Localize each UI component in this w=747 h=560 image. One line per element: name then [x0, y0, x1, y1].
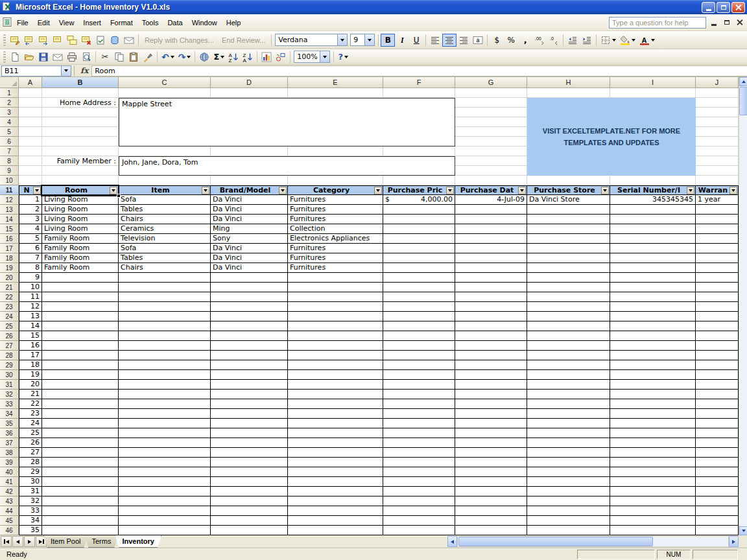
cell-G36[interactable]: [455, 428, 527, 438]
menu-file[interactable]: File: [12, 16, 33, 29]
cell-A8[interactable]: [19, 156, 42, 166]
cell-H41[interactable]: [527, 477, 610, 487]
cell-A11[interactable]: N: [19, 185, 42, 195]
cell-F30[interactable]: [383, 370, 455, 380]
cell-A3[interactable]: [19, 108, 42, 117]
cell-J36[interactable]: [696, 428, 739, 438]
cell-C32[interactable]: [119, 390, 211, 399]
name-box-dropdown-button[interactable]: [61, 66, 71, 76]
font-name-combo-dropdown-button[interactable]: [337, 34, 347, 45]
cell-C26[interactable]: [119, 331, 211, 341]
cell-A23[interactable]: 12: [19, 302, 42, 312]
cell-J10[interactable]: [696, 176, 739, 185]
cell-G34[interactable]: [455, 409, 527, 419]
cell-A37[interactable]: 26: [19, 438, 42, 448]
select-all-button[interactable]: [0, 77, 19, 88]
cell-I18[interactable]: [610, 253, 696, 263]
cell-E31[interactable]: [288, 380, 383, 390]
cell-J18[interactable]: [696, 253, 739, 263]
cell-H37[interactable]: [527, 438, 610, 448]
cell-D42[interactable]: [211, 487, 288, 496]
cell-B14[interactable]: Living Room: [42, 215, 119, 224]
cell-F18[interactable]: [383, 253, 455, 263]
cell-G35[interactable]: [455, 419, 527, 428]
cell-D46[interactable]: [211, 526, 288, 535]
cell-H24[interactable]: [527, 312, 610, 321]
horizontal-scrollbar[interactable]: [447, 536, 739, 547]
row-header-35[interactable]: 35: [0, 419, 19, 428]
cell-F16[interactable]: [383, 234, 455, 244]
cell-G23[interactable]: [455, 302, 527, 312]
cell-I26[interactable]: [610, 331, 696, 341]
row-header-27[interactable]: 27: [0, 341, 19, 351]
cell-J29[interactable]: [696, 360, 739, 370]
cell-G6[interactable]: [455, 137, 527, 146]
row-header-43[interactable]: 43: [0, 496, 19, 506]
cell-B21[interactable]: [42, 283, 119, 292]
autofilter-arrow-f[interactable]: [446, 187, 454, 194]
reply-with-changes-button[interactable]: Reply with Changes...: [141, 36, 218, 44]
email-button[interactable]: [51, 51, 65, 64]
autofilter-arrow-j[interactable]: [729, 187, 737, 194]
cell-E28[interactable]: [288, 351, 383, 360]
cell-H29[interactable]: [527, 360, 610, 370]
cell-J7[interactable]: [696, 146, 739, 156]
cell-A15[interactable]: 4: [19, 224, 42, 234]
row-header-6[interactable]: 6: [0, 137, 19, 146]
cell-F1[interactable]: [383, 88, 455, 98]
cell-C36[interactable]: [119, 428, 211, 438]
row-header-1[interactable]: 1: [0, 88, 19, 98]
autofilter-arrow-d[interactable]: [279, 187, 287, 194]
cell-G14[interactable]: [455, 215, 527, 224]
cell-B9[interactable]: [42, 166, 119, 176]
cell-E18[interactable]: Furnitures: [288, 253, 383, 263]
toolbar-grip[interactable]: [3, 51, 6, 63]
paste-button[interactable]: [126, 51, 141, 64]
cell-B35[interactable]: [42, 419, 119, 428]
cell-D36[interactable]: [211, 428, 288, 438]
comma-style-button[interactable]: ,: [518, 34, 532, 47]
cell-I39[interactable]: [610, 458, 696, 467]
cell-F35[interactable]: [383, 419, 455, 428]
cell-D39[interactable]: [211, 458, 288, 467]
cell-J28[interactable]: [696, 351, 739, 360]
cell-B43[interactable]: [42, 496, 119, 506]
row-header-19[interactable]: 19: [0, 263, 19, 273]
cell-E37[interactable]: [288, 438, 383, 448]
undo-button[interactable]: ↶: [160, 51, 176, 64]
cell-C40[interactable]: [119, 467, 211, 477]
cell-D11[interactable]: Brand/Model: [211, 185, 288, 195]
menu-data[interactable]: Data: [163, 16, 187, 29]
cell-G41[interactable]: [455, 477, 527, 487]
column-header-f[interactable]: F: [383, 77, 455, 88]
name-box[interactable]: B11: [1, 65, 71, 76]
autofilter-arrow-i[interactable]: [687, 187, 694, 194]
cell-G27[interactable]: [455, 341, 527, 351]
cell-B26[interactable]: [42, 331, 119, 341]
cell-I1[interactable]: [610, 88, 696, 98]
decrease-indent-button[interactable]: [565, 34, 580, 47]
cell-E13[interactable]: Furnitures: [288, 205, 383, 215]
cell-C44[interactable]: [119, 506, 211, 516]
cell-G7[interactable]: [455, 146, 527, 156]
cell-D1[interactable]: [211, 88, 288, 98]
cell-I44[interactable]: [610, 506, 696, 516]
cell-I31[interactable]: [610, 380, 696, 390]
cell-I33[interactable]: [610, 399, 696, 409]
cell-C1[interactable]: [119, 88, 211, 98]
cell-C42[interactable]: [119, 487, 211, 496]
font-color-button[interactable]: A: [637, 34, 657, 47]
cell-A14[interactable]: 3: [19, 215, 42, 224]
vscroll-track[interactable]: [739, 86, 747, 526]
hscroll-track[interactable]: [457, 536, 729, 547]
cell-H17[interactable]: [527, 244, 610, 253]
cell-F45[interactable]: [383, 516, 455, 526]
vscroll-down-button[interactable]: [739, 526, 747, 535]
cell-J21[interactable]: [696, 283, 739, 292]
cell-H34[interactable]: [527, 409, 610, 419]
cell-F14[interactable]: [383, 215, 455, 224]
home-address-label[interactable]: Home Address :: [42, 98, 119, 108]
cell-I38[interactable]: [610, 448, 696, 458]
cell-B15[interactable]: Living Room: [42, 224, 119, 234]
cell-H12[interactable]: Da Vinci Store: [527, 195, 610, 205]
